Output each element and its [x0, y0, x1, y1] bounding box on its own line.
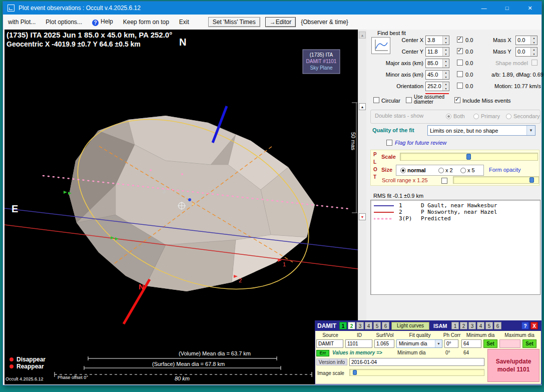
mass-y-value[interactable]: 0.0: [516, 48, 530, 56]
damit-tab-4[interactable]: 4: [365, 322, 372, 329]
size-x2-radio[interactable]: [438, 168, 444, 173]
set-miss-times-button[interactable]: Set 'Miss' Times: [208, 17, 260, 27]
source-field[interactable]: DAMIT: [316, 339, 343, 348]
spin-down-icon[interactable]: ▼: [443, 52, 449, 57]
chevron-down-icon[interactable]: ▼: [435, 340, 442, 347]
damit-close-button[interactable]: X: [530, 322, 538, 329]
spin-down-icon[interactable]: ▼: [443, 41, 449, 45]
menu-keep-on-top[interactable]: Keep form on top: [118, 16, 174, 28]
menu-plot-options[interactable]: Plot options...: [41, 16, 87, 28]
mass-x-spinner[interactable]: 0.0 ▲▼: [515, 36, 537, 45]
spin-up-icon[interactable]: ▲: [531, 48, 537, 52]
spin-down-icon[interactable]: ▼: [443, 64, 449, 68]
menu-exit[interactable]: Exit: [174, 16, 194, 28]
circular-checkbox[interactable]: [373, 97, 379, 103]
isam-tab-3[interactable]: 3: [468, 322, 476, 329]
minor-axis-error-checkbox[interactable]: [457, 71, 463, 77]
id-field[interactable]: 1101: [345, 339, 372, 348]
image-scale-slider-thumb[interactable]: [353, 370, 357, 375]
menu-help[interactable]: ?Help: [87, 16, 118, 29]
spin-up-icon[interactable]: ▲: [531, 36, 537, 41]
isam-tab-5[interactable]: 5: [485, 322, 493, 329]
scroll-up-icon[interactable]: ▲: [359, 32, 366, 39]
chord-1-swatch: [374, 204, 394, 207]
center-y-value[interactable]: 11.8: [426, 48, 442, 56]
isam-tab-1[interactable]: 1: [451, 322, 459, 329]
version-info-field[interactable]: 2016-01-04: [349, 358, 484, 366]
set-min-dia-button[interactable]: Set: [483, 339, 497, 348]
mas-upper-marker-icon[interactable]: ▲: [359, 103, 366, 110]
damit-help-button[interactable]: ?: [521, 322, 529, 329]
isam-tab-2[interactable]: 2: [460, 322, 467, 329]
editor-button[interactable]: →Editor: [265, 17, 296, 27]
sky-plane-plot[interactable]: 1 2 3 N (1735) ITA 2025 Jun 1 85.0 x 45.: [5, 30, 358, 384]
center-x-spinner[interactable]: 3.8 ▲▼: [425, 36, 449, 45]
spin-up-icon[interactable]: ▲: [443, 36, 449, 41]
damit-tab-6[interactable]: 6: [382, 322, 389, 329]
size-normal-radio[interactable]: [400, 168, 406, 173]
scroll-range-checkbox[interactable]: [441, 178, 447, 184]
menu-with-plot[interactable]: with Plot...: [3, 16, 41, 28]
center-x-value[interactable]: 3.8: [426, 36, 442, 45]
damit-tab-2[interactable]: 2: [348, 322, 355, 329]
shape-model-checkbox[interactable]: [531, 60, 537, 66]
size-x5-radio[interactable]: [460, 168, 466, 173]
fit-chart-button[interactable]: [371, 37, 390, 54]
orientation-error-checkbox[interactable]: [457, 83, 463, 89]
damit-tab-3[interactable]: 3: [356, 322, 364, 329]
close-button[interactable]: ✕: [518, 2, 541, 15]
fit-quality-combobox[interactable]: Minimum dia ▼: [396, 339, 442, 348]
include-miss-checkbox[interactable]: [454, 97, 460, 103]
spin-down-icon[interactable]: ▼: [531, 52, 537, 57]
mass-y-spinner[interactable]: 0.0 ▲▼: [515, 47, 537, 57]
light-curves-button[interactable]: Light curves: [391, 322, 429, 330]
primary-radio[interactable]: [473, 114, 479, 119]
orientation-spinner[interactable]: 252.0 ▲▼: [425, 82, 449, 91]
both-radio[interactable]: [446, 114, 451, 119]
isam-tab-4[interactable]: 4: [477, 322, 484, 329]
damit-tab-5[interactable]: 5: [373, 322, 381, 329]
major-axis-error-checkbox[interactable]: [457, 60, 463, 66]
use-assumed-checkbox[interactable]: [406, 97, 412, 103]
spin-down-icon[interactable]: ▼: [443, 87, 449, 91]
orientation-value[interactable]: 252.0: [426, 82, 442, 91]
center-x-error-checkbox[interactable]: [457, 37, 463, 43]
spin-down-icon[interactable]: ▼: [531, 41, 537, 45]
min-dia-field[interactable]: 64: [461, 339, 481, 348]
secondary-radio[interactable]: [506, 114, 511, 119]
major-axis-spinner[interactable]: 85.0 ▲▼: [425, 59, 449, 68]
form-opacity-slider-thumb[interactable]: [529, 177, 534, 183]
minor-axis-spinner[interactable]: 45.0 ▲▼: [425, 70, 449, 80]
mas-lower-marker-icon[interactable]: ▼: [359, 213, 366, 220]
scale-slider[interactable]: [400, 153, 538, 161]
save-update-model-button[interactable]: Save/update model 1101: [487, 349, 539, 382]
title-bar[interactable]: Plot event observations : Occult v.4.202…: [3, 2, 541, 15]
minor-axis-value[interactable]: 45.0: [426, 71, 442, 79]
image-scale-slider[interactable]: [349, 369, 484, 376]
spin-down-icon[interactable]: ▼: [443, 75, 449, 80]
form-opacity-slider[interactable]: [453, 176, 539, 184]
chevron-down-icon[interactable]: ▼: [526, 126, 535, 135]
quality-combobox[interactable]: Limits on size, but no shape ▼: [427, 125, 535, 136]
max-dia-field[interactable]: [499, 339, 520, 348]
plot-scroll-strip[interactable]: ▲ ▲ ▼: [358, 30, 366, 320]
spin-up-icon[interactable]: ▲: [443, 48, 449, 52]
flag-review-checkbox[interactable]: [386, 140, 392, 146]
minimize-button[interactable]: —: [472, 2, 495, 15]
center-y-spinner[interactable]: 11.8 ▲▼: [425, 47, 449, 57]
ph-corr-field[interactable]: 0°: [444, 339, 458, 348]
spin-up-icon[interactable]: ▲: [443, 59, 449, 64]
scale-slider-thumb[interactable]: [466, 154, 471, 160]
err-button[interactable]: Err: [316, 350, 329, 356]
observations-listbox[interactable]: 1 D Gault, near Hawkesbur 2 P Nosworthy,…: [370, 200, 540, 295]
spin-up-icon[interactable]: ▲: [443, 82, 449, 87]
surfvol-field[interactable]: 1.065: [374, 339, 394, 348]
isam-tab-6[interactable]: 6: [494, 322, 501, 329]
center-y-error-checkbox[interactable]: [457, 48, 463, 54]
maximize-button[interactable]: □: [495, 2, 518, 15]
mass-x-value[interactable]: 0.0: [516, 36, 530, 45]
damit-tab-1[interactable]: 1: [339, 322, 347, 329]
set-max-dia-button[interactable]: Set: [522, 339, 536, 348]
spin-up-icon[interactable]: ▲: [443, 71, 449, 75]
major-axis-value[interactable]: 85.0: [426, 59, 442, 68]
